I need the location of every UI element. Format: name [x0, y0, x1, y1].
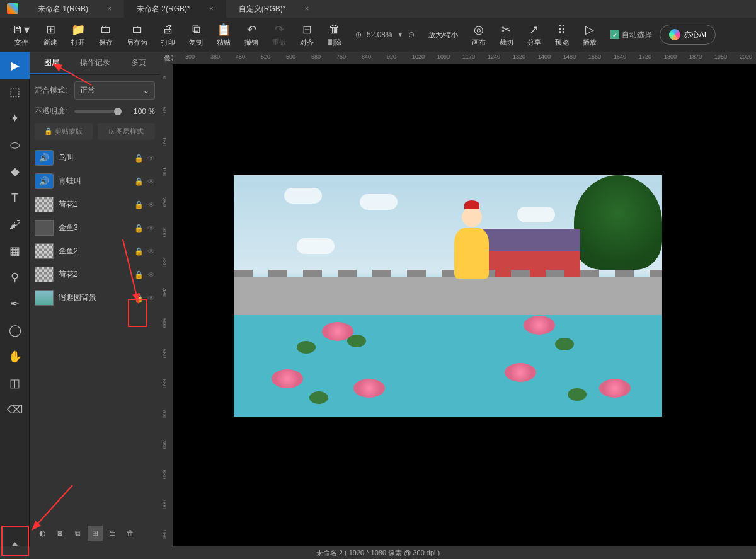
wand-tool[interactable]: ✦: [0, 105, 30, 132]
eye-icon[interactable]: 👁: [147, 270, 155, 279]
opacity-value: 100 %: [127, 107, 155, 116]
tab-3[interactable]: 自定义(RGB)*×: [226, 0, 322, 18]
merge-icon[interactable]: ⧉: [70, 526, 85, 541]
layer-name: 谐趣园背景: [59, 292, 129, 303]
eye-icon[interactable]: 👁: [147, 200, 155, 209]
undo-button[interactable]: ↶撤销: [238, 20, 265, 50]
blend-mode-label: 混合模式:: [35, 85, 69, 96]
text-tool[interactable]: T: [0, 185, 30, 211]
new-button[interactable]: ⊞新建: [37, 20, 64, 50]
brush-tool[interactable]: 🖌: [0, 211, 30, 238]
auto-select-checkbox[interactable]: ✓自动选择: [610, 30, 652, 40]
preview-button[interactable]: ⠿预览: [549, 20, 575, 50]
ruler-vertical: 0501501902503003804305005606507007808309…: [160, 64, 173, 559]
lock-icon[interactable]: 🔒: [134, 154, 144, 163]
blend-mode-select[interactable]: 正常⌄: [74, 81, 155, 100]
eye-icon[interactable]: 👁: [147, 224, 155, 233]
move-tool[interactable]: ▶: [0, 52, 30, 79]
layer-thumb: 🔊: [35, 173, 54, 189]
paste-button[interactable]: 📋粘贴: [210, 20, 237, 50]
layer-thumb: [35, 290, 54, 306]
layer-item[interactable]: 🔊 鸟叫 🔒👁: [30, 146, 160, 170]
layer-thumb: [35, 197, 54, 212]
save-button[interactable]: 🗀保存: [93, 20, 119, 50]
zoom-value[interactable]: 52.08%: [367, 30, 392, 39]
crop-button[interactable]: ✂裁切: [493, 20, 520, 50]
layer-name: 金鱼3: [59, 222, 129, 233]
print-button[interactable]: 🖨打印: [155, 20, 181, 50]
delete-button[interactable]: 🗑删除: [321, 20, 348, 50]
layer-name: 金鱼2: [59, 246, 129, 256]
layer-style-button[interactable]: fx 图层样式: [98, 123, 156, 140]
trash-icon[interactable]: 🗑: [123, 526, 138, 541]
layer-thumb: [35, 220, 54, 236]
layer-item[interactable]: 谐趣园背景 🔒👁: [30, 286, 160, 309]
eye-icon[interactable]: 👁: [147, 154, 155, 163]
lock-icon[interactable]: 🔒: [134, 247, 144, 256]
ruler-horizontal: 3003804505206006807608409201020109011701…: [173, 52, 756, 64]
close-icon[interactable]: ×: [107, 4, 112, 13]
open-button[interactable]: 📁打开: [65, 20, 91, 50]
lasso-tool[interactable]: ⬭: [0, 132, 30, 158]
tab-pages[interactable]: 多页: [117, 52, 160, 74]
eye-icon[interactable]: 👁: [147, 177, 155, 186]
close-icon[interactable]: ×: [304, 4, 309, 13]
layer-thumb: [35, 243, 54, 259]
lock-icon[interactable]: 🔒: [134, 270, 144, 279]
clip-mask-button[interactable]: 🔒 剪贴蒙版: [35, 123, 93, 140]
ai-button[interactable]: 亦心AI: [660, 25, 716, 45]
zoom-in-icon[interactable]: ⊕: [355, 30, 362, 39]
bucket-tool[interactable]: ◆: [0, 158, 30, 185]
mask-icon[interactable]: ◙: [52, 526, 67, 541]
copy-button[interactable]: ⧉复制: [183, 20, 209, 50]
layer-item[interactable]: 金鱼2 🔒👁: [30, 239, 160, 263]
crop-tool[interactable]: ◫: [0, 370, 30, 396]
play-button[interactable]: ▷播放: [576, 20, 603, 50]
layer-item[interactable]: 荷花1 🔒👁: [30, 193, 160, 216]
layer-name: 青蛙叫: [59, 176, 129, 187]
statusbar: 未命名 2 ( 1920 * 1080 像素 @ 300 dpi ): [0, 546, 756, 559]
layer-thumb: 🔊: [35, 150, 54, 166]
layer-name: 荷花1: [59, 199, 129, 210]
lock-icon[interactable]: 🔒: [134, 224, 144, 233]
tab-history[interactable]: 操作记录: [73, 52, 117, 74]
align-button[interactable]: ⊟对齐: [294, 20, 320, 50]
tab-2[interactable]: 未命名 2(RGB)*×: [124, 0, 226, 18]
lock-icon[interactable]: 🔒: [134, 177, 144, 186]
add-layer-icon[interactable]: ⊞: [88, 526, 103, 541]
file-button[interactable]: 🗎▾文件: [6, 20, 36, 50]
folder-icon[interactable]: 🗀: [105, 526, 120, 541]
eye-icon[interactable]: 👁: [147, 247, 155, 256]
eraser-tool[interactable]: ⌫: [0, 396, 30, 423]
zoom-label: 放大/缩小: [428, 30, 458, 40]
lock-icon[interactable]: 🔒: [134, 294, 144, 303]
hand-tool[interactable]: ✋: [0, 343, 30, 370]
tab-1[interactable]: 未命名 1(RGB)×: [25, 0, 124, 18]
layer-item[interactable]: 🔊 青蛙叫 🔒👁: [30, 170, 160, 193]
close-icon[interactable]: ×: [209, 4, 214, 13]
tab-1-label: 未命名 1(RGB): [38, 4, 88, 14]
zoom-out-icon[interactable]: ⊖: [408, 30, 415, 39]
marquee-tool[interactable]: ⬚: [0, 79, 30, 105]
adjustment-icon[interactable]: ◐: [35, 526, 50, 541]
redo-button[interactable]: ↷重做: [266, 20, 292, 50]
tab-layers[interactable]: 图层: [30, 52, 73, 74]
opacity-slider[interactable]: [74, 110, 122, 113]
tab-3-label: 自定义(RGB)*: [239, 4, 286, 14]
layer-item[interactable]: 荷花2 🔒👁: [30, 263, 160, 286]
eyedropper-tool[interactable]: ⚲: [0, 264, 30, 291]
share-button[interactable]: ↗分享: [521, 20, 547, 50]
canvas-button[interactable]: ◎画布: [466, 20, 492, 50]
opacity-label: 不透明度:: [35, 106, 69, 117]
saveas-button[interactable]: 🗀另存为: [120, 20, 154, 50]
canvas[interactable]: [234, 175, 662, 417]
shape-tool[interactable]: ◯: [0, 317, 30, 343]
layer-item[interactable]: 金鱼3 🔒👁: [30, 216, 160, 239]
eye-icon[interactable]: 👁: [147, 294, 155, 303]
pen-tool[interactable]: ✒: [0, 291, 30, 317]
layer-name: 荷花2: [59, 269, 129, 280]
layer-name: 鸟叫: [59, 153, 129, 163]
app-logo: [0, 3, 25, 14]
lock-icon[interactable]: 🔒: [134, 200, 144, 209]
pattern-tool[interactable]: ▦: [0, 238, 30, 264]
